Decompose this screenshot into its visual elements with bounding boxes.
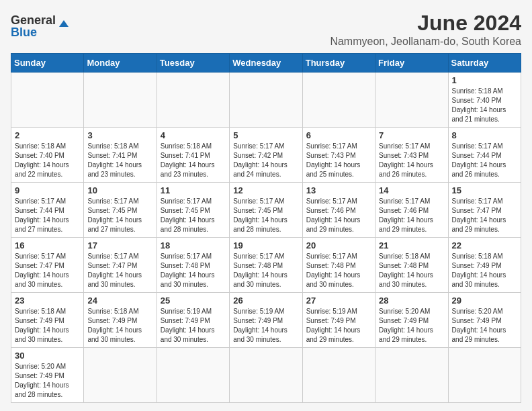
svg-marker-2: [59, 20, 69, 27]
day-number: 24: [87, 295, 152, 306]
calendar-cell: [448, 348, 521, 403]
calendar-cell: 30Sunrise: 5:20 AM Sunset: 7:49 PM Dayli…: [11, 348, 84, 403]
calendar-cell: 15Sunrise: 5:17 AM Sunset: 7:47 PM Dayli…: [448, 183, 521, 238]
calendar-cell: 27Sunrise: 5:19 AM Sunset: 7:49 PM Dayli…: [302, 293, 375, 348]
day-info: Sunrise: 5:17 AM Sunset: 7:45 PM Dayligh…: [233, 197, 298, 234]
day-number: 2: [15, 130, 80, 140]
calendar-cell: 29Sunrise: 5:20 AM Sunset: 7:49 PM Dayli…: [448, 293, 521, 348]
day-info: Sunrise: 5:20 AM Sunset: 7:49 PM Dayligh…: [15, 362, 80, 400]
day-number: 19: [233, 240, 298, 250]
day-info: Sunrise: 5:18 AM Sunset: 7:40 PM Dayligh…: [15, 142, 80, 179]
calendar-week-row: 2Sunrise: 5:18 AM Sunset: 7:40 PM Daylig…: [11, 128, 521, 183]
day-number: 8: [452, 130, 517, 140]
day-number: 29: [452, 295, 517, 306]
day-number: 1: [452, 75, 517, 85]
calendar-cell: 18Sunrise: 5:17 AM Sunset: 7:48 PM Dayli…: [157, 238, 229, 293]
day-info: Sunrise: 5:17 AM Sunset: 7:48 PM Dayligh…: [306, 252, 371, 289]
day-number: 5: [233, 130, 298, 140]
calendar-cell: 1Sunrise: 5:18 AM Sunset: 7:40 PM Daylig…: [448, 73, 521, 128]
weekday-header-tuesday: Tuesday: [157, 54, 229, 73]
day-number: 12: [233, 185, 298, 195]
day-number: 6: [306, 130, 371, 140]
day-number: 23: [15, 295, 80, 306]
day-info: Sunrise: 5:17 AM Sunset: 7:46 PM Dayligh…: [379, 197, 444, 234]
svg-text:General: General: [11, 13, 56, 27]
day-number: 9: [15, 185, 80, 195]
calendar-cell: 22Sunrise: 5:18 AM Sunset: 7:49 PM Dayli…: [448, 238, 521, 293]
day-number: 10: [87, 185, 152, 195]
day-info: Sunrise: 5:18 AM Sunset: 7:49 PM Dayligh…: [87, 307, 152, 345]
calendar-cell: 8Sunrise: 5:17 AM Sunset: 7:44 PM Daylig…: [448, 128, 521, 183]
calendar-cell: 9Sunrise: 5:17 AM Sunset: 7:44 PM Daylig…: [11, 183, 84, 238]
day-info: Sunrise: 5:17 AM Sunset: 7:43 PM Dayligh…: [306, 142, 371, 179]
calendar-week-row: 30Sunrise: 5:20 AM Sunset: 7:49 PM Dayli…: [11, 348, 521, 403]
calendar-cell: 17Sunrise: 5:17 AM Sunset: 7:47 PM Dayli…: [84, 238, 157, 293]
calendar-cell: 23Sunrise: 5:18 AM Sunset: 7:49 PM Dayli…: [11, 293, 84, 348]
calendar-cell: [157, 348, 229, 403]
day-number: 21: [379, 240, 444, 250]
day-info: Sunrise: 5:19 AM Sunset: 7:49 PM Dayligh…: [306, 307, 371, 345]
logo-icon: General Blue: [11, 11, 71, 40]
calendar-week-row: 16Sunrise: 5:17 AM Sunset: 7:47 PM Dayli…: [11, 238, 521, 293]
day-info: Sunrise: 5:20 AM Sunset: 7:49 PM Dayligh…: [379, 307, 444, 345]
day-number: 25: [161, 295, 226, 306]
calendar-cell: [302, 73, 375, 128]
page-header: General Blue June 2024 Nammyeon, Jeollan…: [11, 11, 521, 48]
weekday-header-wednesday: Wednesday: [230, 54, 302, 73]
calendar-cell: 14Sunrise: 5:17 AM Sunset: 7:46 PM Dayli…: [375, 183, 448, 238]
calendar-cell: 11Sunrise: 5:17 AM Sunset: 7:45 PM Dayli…: [157, 183, 229, 238]
weekday-header-friday: Friday: [375, 54, 448, 73]
weekday-header-row: SundayMondayTuesdayWednesdayThursdayFrid…: [11, 54, 521, 73]
day-number: 15: [452, 185, 517, 195]
calendar-cell: [230, 73, 302, 128]
month-title: June 2024: [330, 11, 521, 36]
calendar-table: SundayMondayTuesdayWednesdayThursdayFrid…: [11, 53, 521, 403]
calendar-cell: 25Sunrise: 5:19 AM Sunset: 7:49 PM Dayli…: [157, 293, 229, 348]
weekday-header-saturday: Saturday: [448, 54, 521, 73]
day-info: Sunrise: 5:18 AM Sunset: 7:41 PM Dayligh…: [87, 142, 152, 179]
day-info: Sunrise: 5:18 AM Sunset: 7:41 PM Dayligh…: [161, 142, 226, 179]
weekday-header-sunday: Sunday: [11, 54, 84, 73]
day-info: Sunrise: 5:18 AM Sunset: 7:49 PM Dayligh…: [15, 307, 80, 345]
calendar-cell: [11, 73, 84, 128]
day-info: Sunrise: 5:19 AM Sunset: 7:49 PM Dayligh…: [161, 307, 226, 345]
calendar-cell: 2Sunrise: 5:18 AM Sunset: 7:40 PM Daylig…: [11, 128, 84, 183]
weekday-header-thursday: Thursday: [302, 54, 375, 73]
day-number: 17: [87, 240, 152, 250]
day-number: 22: [452, 240, 517, 250]
day-info: Sunrise: 5:17 AM Sunset: 7:45 PM Dayligh…: [161, 197, 226, 234]
calendar-cell: [157, 73, 229, 128]
day-info: Sunrise: 5:17 AM Sunset: 7:43 PM Dayligh…: [379, 142, 444, 179]
day-info: Sunrise: 5:18 AM Sunset: 7:40 PM Dayligh…: [452, 87, 517, 124]
day-info: Sunrise: 5:17 AM Sunset: 7:44 PM Dayligh…: [452, 142, 517, 179]
calendar-cell: [375, 73, 448, 128]
day-number: 27: [306, 295, 371, 306]
day-number: 20: [306, 240, 371, 250]
calendar-cell: 12Sunrise: 5:17 AM Sunset: 7:45 PM Dayli…: [230, 183, 302, 238]
day-info: Sunrise: 5:17 AM Sunset: 7:44 PM Dayligh…: [15, 197, 80, 234]
day-info: Sunrise: 5:17 AM Sunset: 7:46 PM Dayligh…: [306, 197, 371, 234]
calendar-cell: [230, 348, 302, 403]
day-info: Sunrise: 5:18 AM Sunset: 7:49 PM Dayligh…: [452, 252, 517, 289]
day-info: Sunrise: 5:18 AM Sunset: 7:48 PM Dayligh…: [379, 252, 444, 289]
calendar-cell: 19Sunrise: 5:17 AM Sunset: 7:48 PM Dayli…: [230, 238, 302, 293]
calendar-week-row: 9Sunrise: 5:17 AM Sunset: 7:44 PM Daylig…: [11, 183, 521, 238]
calendar-cell: 3Sunrise: 5:18 AM Sunset: 7:41 PM Daylig…: [84, 128, 157, 183]
day-number: 7: [379, 130, 444, 140]
calendar-cell: 16Sunrise: 5:17 AM Sunset: 7:47 PM Dayli…: [11, 238, 84, 293]
calendar-cell: [84, 73, 157, 128]
calendar-cell: [375, 348, 448, 403]
day-number: 13: [306, 185, 371, 195]
calendar-week-row: 23Sunrise: 5:18 AM Sunset: 7:49 PM Dayli…: [11, 293, 521, 348]
day-number: 18: [161, 240, 226, 250]
title-section: June 2024 Nammyeon, Jeollanam-do, South …: [330, 11, 521, 48]
day-info: Sunrise: 5:20 AM Sunset: 7:49 PM Dayligh…: [452, 307, 517, 345]
calendar-cell: 13Sunrise: 5:17 AM Sunset: 7:46 PM Dayli…: [302, 183, 375, 238]
day-number: 16: [15, 240, 80, 250]
day-number: 11: [161, 185, 226, 195]
day-number: 3: [87, 130, 152, 140]
calendar-cell: 7Sunrise: 5:17 AM Sunset: 7:43 PM Daylig…: [375, 128, 448, 183]
day-number: 4: [161, 130, 226, 140]
day-info: Sunrise: 5:17 AM Sunset: 7:47 PM Dayligh…: [87, 252, 152, 289]
day-info: Sunrise: 5:17 AM Sunset: 7:47 PM Dayligh…: [15, 252, 80, 289]
